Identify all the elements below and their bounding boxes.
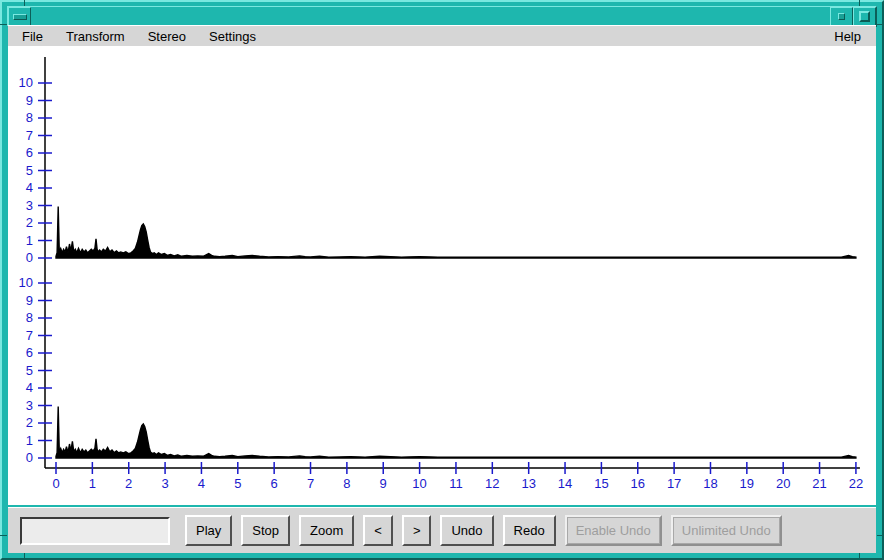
y-tick-label: 8: [26, 310, 33, 325]
x-tick-label: 13: [521, 476, 535, 491]
menu-item-transform[interactable]: Transform: [57, 27, 134, 46]
y-tick-label: 7: [26, 328, 33, 343]
frame-notch: [877, 24, 884, 25]
y-tick-label: 9: [26, 293, 33, 308]
window-menu-button[interactable]: [8, 7, 31, 26]
maximize-icon: [859, 11, 870, 22]
position-input[interactable]: [20, 517, 170, 545]
x-tick-label: 21: [812, 476, 826, 491]
minimize-button[interactable]: [830, 7, 853, 26]
spectrum-plot[interactable]: 0123456789100123456789100123456789101112…: [8, 46, 876, 505]
window-menu-icon: [13, 14, 27, 20]
frame-notch: [877, 535, 884, 536]
y-tick-label: 3: [26, 198, 33, 213]
menu-item-stereo[interactable]: Stereo: [139, 27, 195, 46]
x-tick-label: 10: [412, 476, 426, 491]
unlimited-undo-button: Unlimited Undo: [671, 515, 782, 546]
frame-notch: [0, 24, 7, 25]
y-tick-label: 3: [26, 398, 33, 413]
menu-item-file[interactable]: File: [13, 27, 52, 46]
menu-item-settings[interactable]: Settings: [200, 27, 265, 46]
y-tick-label: 2: [26, 215, 33, 230]
x-tick-label: 0: [52, 476, 59, 491]
y-tick-label: 4: [26, 180, 33, 195]
x-tick-label: 11: [449, 476, 463, 491]
menubar: FileTransformStereoSettingsHelp: [8, 25, 876, 48]
channel-2-spectrum: [56, 406, 856, 458]
x-tick-label: 15: [594, 476, 608, 491]
y-tick-label: 5: [26, 163, 33, 178]
frame-notch: [24, 553, 25, 560]
x-tick-label: 4: [198, 476, 205, 491]
y-tick-label: 9: [26, 93, 33, 108]
y-tick-label: 10: [19, 275, 33, 290]
x-tick-label: 7: [307, 476, 314, 491]
y-tick-label: 0: [26, 450, 33, 465]
y-tick-label: 4: [26, 380, 33, 395]
menu-item-help[interactable]: Help: [825, 27, 870, 46]
y-tick-label: 8: [26, 110, 33, 125]
y-tick-label: 0: [26, 250, 33, 265]
y-tick-label: 6: [26, 145, 33, 160]
x-tick-label: 1: [89, 476, 96, 491]
x-tick-label: 5: [234, 476, 241, 491]
plot-area[interactable]: 0123456789100123456789100123456789101112…: [8, 46, 876, 505]
x-tick-label: 16: [631, 476, 645, 491]
y-tick-label: 1: [26, 233, 33, 248]
next-button[interactable]: >: [402, 515, 432, 546]
stop-button[interactable]: Stop: [241, 515, 290, 546]
x-tick-label: 2: [125, 476, 132, 491]
y-tick-label: 2: [26, 415, 33, 430]
undo-button[interactable]: Undo: [440, 515, 493, 546]
toolbar: PlayStopZoom<>UndoRedoEnable UndoUnlimit…: [8, 507, 876, 553]
x-tick-label: 3: [161, 476, 168, 491]
zoom-button[interactable]: Zoom: [299, 515, 354, 546]
x-tick-label: 20: [776, 476, 790, 491]
y-tick-label: 7: [26, 128, 33, 143]
x-tick-label: 8: [343, 476, 350, 491]
frame-notch: [859, 553, 860, 560]
channel-1-spectrum: [56, 206, 856, 258]
x-tick-label: 12: [485, 476, 499, 491]
y-tick-label: 10: [19, 75, 33, 90]
x-tick-label: 19: [740, 476, 754, 491]
frame-notch: [0, 535, 7, 536]
x-tick-label: 6: [271, 476, 278, 491]
x-tick-label: 17: [667, 476, 681, 491]
window-title: [31, 7, 830, 26]
enable-undo-button: Enable Undo: [565, 515, 662, 546]
minimize-icon: [838, 13, 845, 20]
x-tick-label: 22: [849, 476, 863, 491]
play-button[interactable]: Play: [185, 515, 232, 546]
y-tick-label: 5: [26, 363, 33, 378]
titlebar[interactable]: [7, 6, 877, 27]
x-tick-label: 18: [703, 476, 717, 491]
prev-button[interactable]: <: [363, 515, 393, 546]
maximize-button[interactable]: [853, 7, 876, 26]
y-tick-label: 1: [26, 433, 33, 448]
y-tick-label: 6: [26, 345, 33, 360]
x-tick-label: 14: [558, 476, 572, 491]
x-tick-label: 9: [380, 476, 387, 491]
redo-button[interactable]: Redo: [503, 515, 556, 546]
